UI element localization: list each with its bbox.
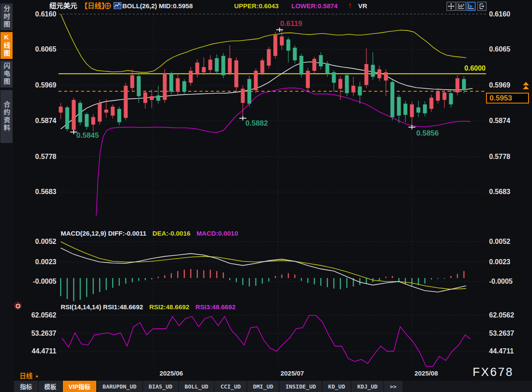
macd-header: MACD(26,12,9) DIFF:-0.0011DEA:-0.0016MAC… xyxy=(61,230,238,237)
axis-tick: 0.5778 xyxy=(489,153,510,161)
mini-chart-icon[interactable] xyxy=(114,2,121,11)
price-annotation: 0.5856 xyxy=(416,129,439,138)
axis-tick: 62.0562 xyxy=(13,311,56,319)
bottom-tab-10[interactable]: KD_UD xyxy=(323,381,351,392)
date-label: 2025/08 xyxy=(415,369,438,377)
axis-tick: 0.6065 xyxy=(489,45,510,53)
bottom-tab-8[interactable]: DMI_UD xyxy=(247,381,279,392)
period-dropdown[interactable]: 日线▲ xyxy=(20,371,39,380)
bottom-tab-6[interactable]: BOLL_UD xyxy=(179,381,214,392)
sidebar-tab-2[interactable]: K线图 xyxy=(0,32,13,59)
bottom-tab-2[interactable]: 模板 xyxy=(39,381,62,392)
current-price-box: 0.5953 xyxy=(486,93,529,104)
target-add-icon[interactable] xyxy=(104,2,111,11)
axis-tick: 0.5874 xyxy=(13,117,56,125)
date-label: 2025/06 xyxy=(160,369,183,377)
price-annotation: 0.5882 xyxy=(245,119,268,128)
price-chart-canvas[interactable] xyxy=(0,0,532,392)
axis-tick: 0.0023 xyxy=(489,258,510,266)
axis-tick: 53.2637 xyxy=(489,330,514,337)
axis-tick: 44.4711 xyxy=(13,347,56,355)
bottom-tab-12[interactable]: >> xyxy=(384,381,402,392)
rsi1-label: RSI(14,14,14) RSI1:48.6692 xyxy=(61,303,143,311)
crosshair-move-icon[interactable] xyxy=(447,2,456,11)
axis-tick: 62.0562 xyxy=(489,311,514,319)
rsi-header: RSI(14,14,14) RSI1:48.6692RSI2:48.6692RS… xyxy=(61,303,235,311)
axis-tick: 0.5683 xyxy=(13,188,56,196)
price-annotation: 0.5845 xyxy=(76,131,99,140)
bottom-tab-3[interactable]: VIP指标 xyxy=(63,381,96,392)
axis-tick: 0.5969 xyxy=(489,81,510,89)
watermark: FX678 xyxy=(473,366,514,379)
chevron-up-icon: ▲ xyxy=(35,373,39,378)
chart-type-sidebar: 分时图K线图闪电图合约资料 xyxy=(0,0,13,392)
price-up-marker-icon xyxy=(523,82,529,89)
price-annotation: 0.6119 xyxy=(280,19,302,28)
boll-upper-label: UPPER:0.6043 xyxy=(234,2,279,10)
indicator-tab-bar: 指标模板VIP指标BARUPDN_UDBIAS_UDBOLL_UDCCI_UDD… xyxy=(13,381,532,392)
exit-chart-icon[interactable] xyxy=(477,2,486,11)
axis-tick: -0.0005 xyxy=(13,278,56,285)
rsi3-label: RSI3:48.6692 xyxy=(196,303,236,311)
axis-tick: 0.6065 xyxy=(13,45,56,53)
bottom-tab-11[interactable]: KDJ_UD xyxy=(352,381,383,392)
bottom-tab-4[interactable]: BARUPDN_UD xyxy=(97,381,142,392)
price-level-label: 0.6000 xyxy=(450,65,486,72)
macd-dea-label: DEA:-0.0016 xyxy=(153,230,191,237)
axis-tick: 0.5778 xyxy=(13,153,56,161)
axis-tick: 0.5874 xyxy=(489,117,510,125)
bottom-tab-9[interactable]: INSIDE_UD xyxy=(280,381,321,392)
axis-tick: 44.4711 xyxy=(489,347,514,355)
vr-indicator-label[interactable]: VR xyxy=(358,2,367,10)
bottom-tab-7[interactable]: CCI_UD xyxy=(215,381,246,392)
trading-app-window: 分时图K线图闪电图合约资料 纽元美元 【日线】 BOLL(26,2) MID:0… xyxy=(0,0,532,392)
axis-chart-icon[interactable] xyxy=(457,2,466,11)
axis-tick: 0.0023 xyxy=(13,258,56,266)
axis-tick: 0.6160 xyxy=(489,10,510,18)
axis-tick: -0.0005 xyxy=(489,278,512,285)
symbol-title: 纽元美元 xyxy=(49,2,77,10)
macd-diff-label: MACD(26,12,9) DIFF:-0.0011 xyxy=(61,230,147,237)
sidebar-tab-1[interactable]: 分时图 xyxy=(0,3,13,30)
date-label: 2025/07 xyxy=(281,369,304,377)
axis-tick: 0.5969 xyxy=(13,81,56,89)
axis-tick: 53.2637 xyxy=(13,330,56,337)
boll-indicator-label: BOLL(26,2) MID:0.5958 xyxy=(122,2,193,10)
sidebar-tab-4[interactable]: 合约资料 xyxy=(0,90,13,143)
axis-tick: 0.5683 xyxy=(489,188,510,196)
axis-tick: 0.0052 xyxy=(13,238,56,246)
bottom-tab-5[interactable]: BIAS_UD xyxy=(143,381,178,392)
axis-chart-active-icon[interactable] xyxy=(467,2,476,11)
sidebar-tab-3[interactable]: 闪电图 xyxy=(0,61,13,87)
bottom-tab-1[interactable]: 指标 xyxy=(14,381,38,392)
up-arrow-icon: ↑ xyxy=(348,1,352,10)
record-indicator-icon[interactable] xyxy=(14,302,22,310)
axis-tick: 0.0052 xyxy=(489,238,510,246)
macd-macd-label: MACD:0.0010 xyxy=(196,230,238,237)
axis-tick: 0.6160 xyxy=(13,10,56,18)
boll-lower-label: LOWER:0.5874 xyxy=(291,2,338,10)
rsi2-label: RSI2:48.6692 xyxy=(149,303,189,311)
